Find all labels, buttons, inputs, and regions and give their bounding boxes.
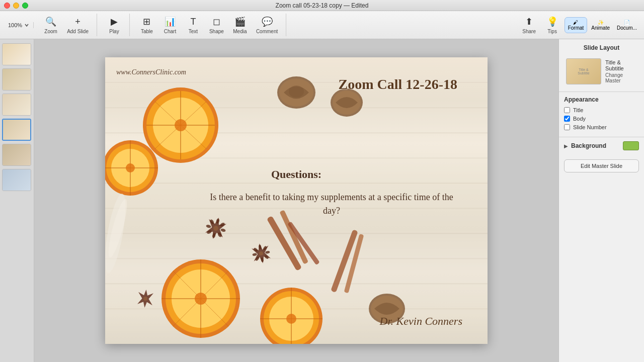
text-icon: T [187,16,199,28]
slide-layout-title: Slide Layout [564,44,639,51]
add-slide-icon: + [72,16,84,28]
play-group: ▶ Play [99,14,130,36]
window-title: Zoom call 05-23-18 copy — Edited [276,2,369,9]
slide-number-checkbox-label: Slide Number [573,124,607,130]
change-master-button[interactable]: Change Master [605,72,637,83]
traffic-lights [4,3,28,9]
add-slide-button[interactable]: + Add Slide [63,14,93,36]
zoom-button[interactable]: 🔍 Zoom [40,14,62,36]
slide-title: Zoom Call 12-26-18 [339,76,457,93]
play-icon: ▶ [108,16,120,28]
layout-thumb-label: Title &Subtitle [578,68,589,75]
main-area: www.ConnersClinic.com Zoom Call 12-26-18… [0,39,644,362]
comment-button[interactable]: 💬 Comment [252,14,282,36]
slide-body: Is there a benefit to taking my suppleme… [206,191,457,218]
share-icon: ⬆ [523,16,535,28]
titlebar: Zoom call 05-23-18 copy — Edited [0,0,644,11]
appearance-title: Appearance [564,96,639,103]
minimize-button[interactable] [13,3,19,9]
title-checkbox-label: Title [573,107,583,113]
layout-name: Title & Subtitle [605,59,637,71]
document-icon: 📄 [624,20,630,25]
edit-master-button[interactable]: Edit Master Slide [564,159,639,172]
table-icon: ⊞ [141,16,153,28]
shape-icon: ◻ [210,16,222,28]
slide-thumb-1[interactable] [2,43,31,65]
slide-number-checkbox[interactable] [564,124,570,130]
slide-thumb-6[interactable] [2,169,31,191]
canvas-area: www.ConnersClinic.com Zoom Call 12-26-18… [34,39,558,362]
slide-url: www.ConnersClinic.com [116,68,186,76]
insert-group: ⊞ Table 📊 Chart T Text ◻ Shape 🎬 Media 💬… [132,14,286,36]
media-icon: 🎬 [234,16,246,28]
media-button[interactable]: 🎬 Media [229,14,251,36]
slide-thumb-3[interactable] [2,94,31,116]
slide-layout-section: Slide Layout Title &Subtitle Title & Sub… [559,39,644,92]
format-tab-button[interactable]: 🖌 Format [565,17,588,33]
title-checkbox[interactable] [564,107,570,113]
background-title: Background [571,142,606,149]
right-panel: Slide Layout Title &Subtitle Title & Sub… [558,39,644,362]
chart-button[interactable]: 📊 Chart [159,14,181,36]
close-button[interactable] [4,3,10,9]
body-checkbox-row: Body [564,116,639,122]
slide-thumb-4[interactable] [2,119,31,141]
body-checkbox-label: Body [573,116,586,122]
slide-number-checkbox-row: Slide Number [564,124,639,130]
zoom-control: 100% [4,22,34,28]
play-button[interactable]: ▶ Play [103,14,125,36]
slide-thumb-5[interactable] [2,144,31,166]
comment-icon: 💬 [261,16,273,28]
appearance-section: Appearance Title Body Slide Number [559,92,644,137]
table-button[interactable]: ⊞ Table [136,14,158,36]
tips-icon: 💡 [546,16,558,28]
format-icon: 🖌 [573,20,578,25]
zoom-group: 🔍 Zoom + Add Slide [36,14,97,36]
zoom-value: 100% [8,22,22,28]
share-button[interactable]: ⬆ Share [518,14,540,36]
background-header[interactable]: ▶ Background [564,141,639,150]
layout-info: Title & Subtitle Change Master [605,59,637,83]
toolbar: 100% 🔍 Zoom + Add Slide ▶ Play ⊞ Table 📊… [0,11,644,39]
slide-author: Dr. Kevin Conners [380,315,462,328]
title-checkbox-row: Title [564,107,639,113]
document-tab-button[interactable]: 📄 Docum... [614,18,640,33]
layout-thumbnail[interactable]: Title &Subtitle [566,58,601,84]
right-toolbar: ⬆ Share 💡 Tips 🖌 Format ✨ Animate 📄 Docu… [518,14,640,36]
background-color-swatch[interactable] [623,141,639,150]
fullscreen-button[interactable] [22,3,28,9]
slide[interactable]: www.ConnersClinic.com Zoom Call 12-26-18… [105,57,488,344]
chart-icon: 📊 [164,16,176,28]
shape-button[interactable]: ◻ Shape [205,14,228,36]
chevron-down-icon [24,23,29,28]
zoom-icon: 🔍 [45,16,57,28]
body-checkbox[interactable] [564,116,570,122]
animate-tab-button[interactable]: ✨ Animate [588,18,613,33]
animate-icon: ✨ [598,20,604,25]
expand-icon: ▶ [564,143,568,149]
slides-panel[interactable] [0,39,34,362]
background-section: ▶ Background [559,137,644,154]
tips-button[interactable]: 💡 Tips [541,14,564,36]
slide-questions: Questions: [105,168,488,181]
layout-preview: Title &Subtitle Title & Subtitle Change … [564,56,639,86]
slide-thumb-2[interactable] [2,68,31,90]
text-button[interactable]: T Text [182,14,204,36]
